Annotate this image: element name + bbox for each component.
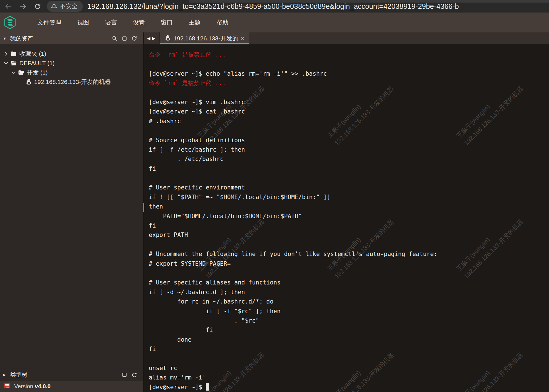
asset-panel-header[interactable]: ▼ 我的资产	[0, 32, 143, 44]
tab-scroll-right-icon[interactable]: ▶	[152, 36, 156, 41]
terminal-line: fi	[149, 344, 549, 354]
terminal-line: if ! [[ "$PATH" =~ "$HOME/.local/bin:$HO…	[149, 193, 549, 202]
security-badge-label: 不安全	[60, 2, 78, 10]
browser-back-icon[interactable]	[5, 3, 12, 10]
browser-tabstrip-edge	[189, 0, 549, 3]
terminal-line: # Source global definitions	[149, 136, 549, 145]
tab-scroll-left-icon[interactable]: ◀	[147, 36, 150, 41]
folder-open-icon	[10, 60, 17, 67]
terminal-line: fi	[149, 325, 549, 335]
terminal-line: fi	[149, 221, 549, 230]
app-window: 不安全 192.168.126.132/luna/?login_to=c3a35…	[0, 0, 549, 392]
tree-node-default[interactable]: DEFAULT (1)	[0, 58, 143, 68]
terminal-line	[149, 269, 549, 278]
terminal-line: . "$rc"	[149, 316, 549, 325]
terminal-line	[149, 126, 549, 135]
tree-node-label: 192.168.126.133-开发的机器	[34, 78, 111, 86]
session-area: ◀ ▶ 192.168.126.133-开发的 ×	[144, 32, 549, 392]
terminal-line: # User specific aliases and functions	[149, 278, 549, 287]
app-logo	[4, 16, 16, 29]
tree-node-label: DEFAULT (1)	[19, 60, 55, 67]
terminal-line: [dev@server ~]$ vim .bashrc	[149, 98, 549, 107]
terminal-line: [dev@server ~]$ cat .bashrc	[149, 107, 549, 116]
menu-help[interactable]: 帮助	[209, 16, 236, 29]
refresh-icon[interactable]	[131, 372, 137, 378]
terminal-line: alias mv='rm -i'	[149, 373, 549, 382]
tab-close-icon[interactable]: ×	[240, 35, 245, 42]
security-badge[interactable]: 不安全	[47, 1, 83, 12]
collapse-down-icon[interactable]: ▼	[3, 36, 10, 41]
type-tree-title: 类型树	[10, 371, 122, 379]
session-tab-title: 192.168.126.133-开发的	[174, 34, 238, 42]
terminal-line	[149, 59, 549, 69]
type-tree-header[interactable]: ▶ 类型树	[0, 369, 143, 381]
sidebar-resize-handle[interactable]	[143, 203, 144, 212]
version-number: v4.0.0	[35, 383, 51, 389]
chevron-down-icon[interactable]	[2, 61, 10, 66]
version-text: Version v4.0.0	[14, 383, 51, 390]
tree-node-favorites[interactable]: 收藏夹 (1)	[0, 49, 143, 58]
browser-reload-icon[interactable]	[34, 3, 41, 10]
terminal-line: # Uncomment the following line if you do…	[149, 249, 549, 259]
terminal-line: . /etc/bashrc	[149, 154, 549, 164]
terminal-cursor	[206, 383, 209, 391]
terminal-output: 命令 `rm` 是被禁止的 ...[dev@server ~]$ echo "a…	[144, 44, 549, 392]
terminal-line: [dev@server ~]$ echo "alias rm='rm -i'" …	[149, 69, 549, 79]
tree-node-label: 收藏夹 (1)	[19, 50, 46, 58]
browser-toolbar: 不安全 192.168.126.132/luna/?login_to=c3a35…	[0, 0, 549, 13]
session-tab-active[interactable]: 192.168.126.133-开发的 ×	[159, 32, 249, 44]
tree-node-label: 开发 (1)	[27, 69, 48, 77]
terminal-line: then	[149, 202, 549, 211]
tree-node-asset-machine[interactable]: 192.168.126.133-开发的机器	[0, 77, 143, 86]
chevron-right-icon[interactable]	[2, 51, 10, 56]
asset-panel-title: 我的资产	[10, 35, 112, 42]
menu-window[interactable]: 窗口	[153, 16, 181, 29]
terminal-line: # User specific environment	[149, 183, 549, 192]
refresh-icon[interactable]	[131, 36, 137, 41]
terminal-line: for rc in ~/.bashrc.d/*; do	[149, 297, 549, 306]
warning-triangle-icon	[51, 3, 57, 10]
terminal-line: 命令 `rm` 是被禁止的 ...	[149, 50, 549, 59]
terminal-line: fi	[149, 164, 549, 174]
menu-settings[interactable]: 设置	[125, 16, 153, 29]
menu-file-management[interactable]: 文件管理	[29, 16, 69, 29]
terminal-line: [dev@server ~]$	[149, 383, 549, 392]
version-list-icon	[4, 383, 10, 390]
asset-sidebar: ▼ 我的资产	[0, 32, 144, 392]
version-bar: Version v4.0.0	[0, 381, 143, 392]
terminal-line: unset rc	[149, 364, 549, 373]
asset-tree: 收藏夹 (1) DEFAULT (1)	[0, 44, 143, 369]
layout-toggle-icon[interactable]	[122, 36, 127, 41]
folder-open-icon	[18, 69, 24, 76]
terminal-line: 命令 `rm` 是被禁止的 ...	[149, 79, 549, 88]
terminal-line: export PATH	[149, 230, 549, 240]
app-menubar: 文件管理 视图 语言 设置 窗口 主题 帮助	[0, 13, 549, 32]
menu-view[interactable]: 视图	[69, 16, 97, 29]
terminal-line: done	[149, 335, 549, 344]
menu-theme[interactable]: 主题	[181, 16, 209, 29]
terminal-line	[149, 240, 549, 249]
terminal[interactable]: 王麻子(wanglin)192.168.126.133-开发的机器王麻子(wan…	[144, 44, 549, 392]
terminal-line	[149, 174, 549, 183]
terminal-line: if [ -d ~/.bashrc.d ]; then	[149, 288, 549, 297]
collapse-right-icon[interactable]: ▶	[3, 373, 10, 377]
search-icon[interactable]	[112, 36, 117, 41]
chevron-down-icon[interactable]	[10, 70, 17, 75]
terminal-line	[149, 354, 549, 364]
menu-language[interactable]: 语言	[97, 16, 125, 29]
terminal-line	[149, 88, 549, 98]
terminal-line: # export SYSTEMD_PAGER=	[149, 259, 549, 269]
terminal-line: PATH="$HOME/.local/bin:$HOME/bin:$PATH"	[149, 212, 549, 221]
address-bar[interactable]: 192.168.126.132/luna/?login_to=c3a3521d-…	[87, 2, 549, 11]
linux-penguin-icon	[165, 35, 171, 42]
browser-forward-icon[interactable]	[19, 3, 27, 10]
folder-closed-icon	[10, 50, 17, 57]
session-tabbar: ◀ ▶ 192.168.126.133-开发的 ×	[144, 32, 549, 44]
terminal-line: if [ -f /etc/bashrc ]; then	[149, 145, 549, 154]
terminal-line: # .bashrc	[149, 117, 549, 126]
terminal-line: if [ -f "$rc" ]; then	[149, 307, 549, 316]
linux-penguin-icon	[26, 79, 32, 85]
tree-node-dev[interactable]: 开发 (1)	[0, 68, 143, 77]
layout-toggle-icon[interactable]	[122, 372, 127, 377]
